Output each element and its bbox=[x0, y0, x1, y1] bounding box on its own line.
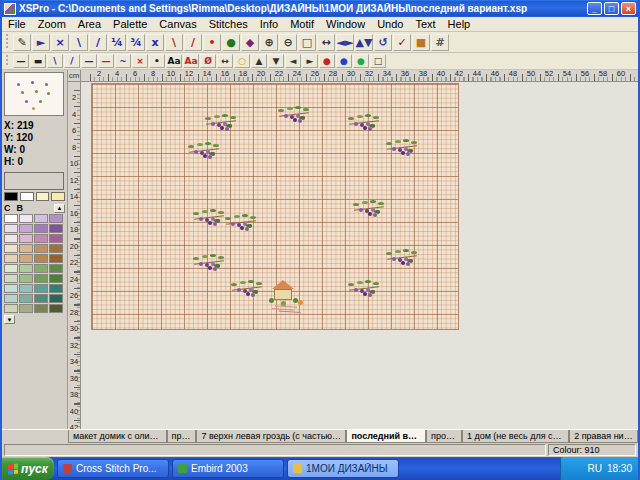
toolbar-grip[interactable] bbox=[5, 55, 10, 68]
palette-swatch[interactable] bbox=[49, 214, 63, 223]
close-button[interactable]: × bbox=[621, 2, 636, 15]
palette-swatch[interactable] bbox=[4, 234, 18, 243]
palette-swatch[interactable] bbox=[4, 254, 18, 263]
palette-swatch[interactable] bbox=[19, 304, 33, 313]
palette-swatch[interactable] bbox=[4, 274, 18, 283]
petite-stitch-tool[interactable]: x bbox=[146, 34, 164, 51]
straight-stitch-tool[interactable]: / bbox=[184, 34, 202, 51]
down-arrow-icon[interactable]: ▼ bbox=[268, 54, 284, 68]
palette-swatch[interactable] bbox=[19, 214, 33, 223]
palette-swatch[interactable] bbox=[36, 192, 50, 201]
maximize-button[interactable]: □ bbox=[604, 2, 619, 15]
text-color-tool-icon[interactable]: Aa bbox=[183, 54, 199, 68]
red-thread-icon[interactable]: ● bbox=[319, 54, 335, 68]
palette-swap-icon[interactable]: ↔ bbox=[217, 54, 233, 68]
quarter-stitch-tool[interactable]: ¼ bbox=[108, 34, 126, 51]
full-stitch-tool[interactable]: × bbox=[51, 34, 69, 51]
taskbar-window-button[interactable]: Embird 2003 bbox=[172, 459, 284, 478]
palette-swatch[interactable] bbox=[19, 294, 33, 303]
menu-item[interactable]: Window bbox=[320, 17, 371, 31]
palette-swatch[interactable] bbox=[49, 244, 63, 253]
menu-item[interactable]: Area bbox=[72, 17, 107, 31]
palette-swatch[interactable] bbox=[19, 284, 33, 293]
menu-item[interactable]: File bbox=[2, 17, 32, 31]
select-block-icon[interactable]: □ bbox=[370, 54, 386, 68]
taskbar-window-button[interactable]: Cross Stitch Pro... bbox=[57, 459, 169, 478]
palette-swatch[interactable] bbox=[34, 214, 48, 223]
design-tab[interactable]: проба bbox=[167, 430, 197, 443]
palette-swatch[interactable] bbox=[4, 304, 18, 313]
mirror-vertical-tool[interactable]: ▲▼ bbox=[355, 34, 373, 51]
palette-swatch[interactable] bbox=[34, 274, 48, 283]
palette-swatch[interactable] bbox=[4, 224, 18, 233]
pan-tool[interactable]: ↔ bbox=[317, 34, 335, 51]
backstitch-tool[interactable]: \ bbox=[165, 34, 183, 51]
palette-swatch[interactable] bbox=[19, 274, 33, 283]
text-tool-icon[interactable]: Aa bbox=[166, 54, 182, 68]
menu-item[interactable]: Undo bbox=[371, 17, 409, 31]
design-tab[interactable]: 2 правая ниж гр... bbox=[569, 430, 638, 443]
current-colour-swatch[interactable] bbox=[4, 172, 64, 190]
palette-swatch[interactable] bbox=[19, 224, 33, 233]
palette-swatch[interactable] bbox=[20, 192, 34, 201]
menu-item[interactable]: Text bbox=[409, 17, 441, 31]
palette-swatch[interactable] bbox=[34, 304, 48, 313]
menu-item[interactable]: Zoom bbox=[32, 17, 72, 31]
small-cross-icon[interactable]: × bbox=[132, 54, 148, 68]
palette-swatch[interactable] bbox=[4, 244, 18, 253]
design-tab[interactable]: проба 2 bbox=[426, 430, 462, 443]
french-knot-tool[interactable]: • bbox=[203, 34, 221, 51]
menu-item[interactable]: Help bbox=[442, 17, 477, 31]
start-button[interactable]: пуск bbox=[2, 457, 54, 480]
pointer-tool[interactable]: ► bbox=[32, 34, 50, 51]
fill-tool[interactable]: ■ bbox=[412, 34, 430, 51]
palette-swatch[interactable] bbox=[34, 294, 48, 303]
minimize-button[interactable]: _ bbox=[587, 2, 602, 15]
menu-item[interactable]: Info bbox=[254, 17, 284, 31]
palette-swatch[interactable] bbox=[34, 244, 48, 253]
design-tab[interactable]: 1 дом (не весь для стыковки) bbox=[462, 430, 569, 443]
pencil-tool[interactable]: ✎ bbox=[13, 34, 31, 51]
green-thread-icon[interactable]: ● bbox=[353, 54, 369, 68]
zoom-in-tool[interactable]: ⊕ bbox=[260, 34, 278, 51]
palette-swatch[interactable] bbox=[4, 294, 18, 303]
thick-backstitch-icon[interactable]: ▬ bbox=[30, 54, 46, 68]
palette-scroll-down-button[interactable]: ▼ bbox=[4, 315, 15, 324]
bead-tool[interactable]: ● bbox=[222, 34, 240, 51]
design-preview[interactable] bbox=[4, 72, 64, 116]
palette-swatch[interactable] bbox=[34, 264, 48, 273]
rotate-tool[interactable]: ↺ bbox=[374, 34, 392, 51]
palette-swatch[interactable] bbox=[49, 304, 63, 313]
palette-swatch[interactable] bbox=[4, 192, 18, 201]
grid-toggle[interactable]: # bbox=[431, 34, 449, 51]
left-arrow-icon[interactable]: ◄ bbox=[285, 54, 301, 68]
palette-swatch[interactable] bbox=[49, 224, 63, 233]
zoom-out-tool[interactable]: ⊖ bbox=[279, 34, 297, 51]
palette-swatch[interactable] bbox=[19, 254, 33, 263]
highlight-icon[interactable]: ○ bbox=[234, 54, 250, 68]
small-knot-icon[interactable]: • bbox=[149, 54, 165, 68]
special-stitch-tool[interactable]: ◆ bbox=[241, 34, 259, 51]
red-line-icon[interactable]: — bbox=[98, 54, 114, 68]
diag-backstitch2-icon[interactable]: / bbox=[64, 54, 80, 68]
zoom-window-tool[interactable]: □ bbox=[298, 34, 316, 51]
palette-swatch[interactable] bbox=[51, 192, 65, 201]
palette-swatch[interactable] bbox=[49, 274, 63, 283]
design-tab[interactable]: макет домик с оливочками bbox=[68, 430, 167, 443]
blue-thread-icon[interactable]: ● bbox=[336, 54, 352, 68]
palette-swatch[interactable] bbox=[49, 284, 63, 293]
half-stitch-fwd-tool[interactable]: / bbox=[89, 34, 107, 51]
three-quarter-stitch-tool[interactable]: ¾ bbox=[127, 34, 145, 51]
palette-swatch[interactable] bbox=[34, 284, 48, 293]
palette-swatch[interactable] bbox=[49, 234, 63, 243]
toolbar-grip[interactable] bbox=[5, 34, 10, 50]
curve-stitch-icon[interactable]: ~ bbox=[115, 54, 131, 68]
palette-swatch[interactable] bbox=[4, 214, 18, 223]
menu-item[interactable]: Stitches bbox=[203, 17, 254, 31]
blue-line-icon[interactable]: — bbox=[81, 54, 97, 68]
palette-swatch[interactable] bbox=[34, 234, 48, 243]
palette-swatch[interactable] bbox=[4, 284, 18, 293]
no-stitch-icon[interactable]: Ø bbox=[200, 54, 216, 68]
palette-scroll-up-button[interactable]: ▲ bbox=[54, 204, 65, 213]
menu-item[interactable]: Palette bbox=[107, 17, 153, 31]
